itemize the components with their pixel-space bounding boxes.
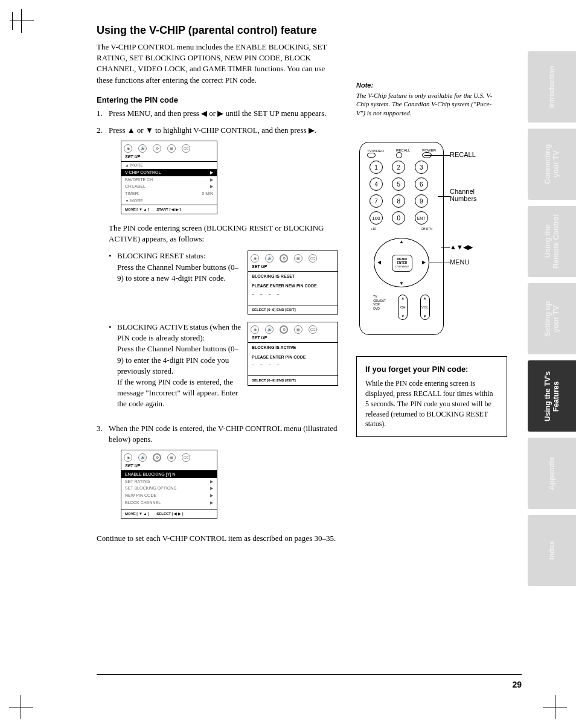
note-block: Note: The V-Chip feature is only availab…	[356, 81, 495, 117]
callout-recall: RECALL	[450, 151, 476, 158]
theater-icon: ▦	[294, 254, 302, 263]
remote-diagram: TV/VIDEO RECALL POWER 1 2 3 4 5 6 7 8 9 …	[359, 142, 528, 335]
bullet-active: • BLOCKING ACTIVE status (when the PIN c…	[109, 322, 242, 410]
intro-text: The V-CHIP CONTROL menu includes the ENA…	[97, 42, 338, 86]
picture-icon: ◉	[124, 453, 132, 462]
step-1: 1. Press MENU, and then press ◀ or ▶ unt…	[97, 108, 338, 119]
osd-setup-menu: ◉ 🔊 ⚙ ▦ CC SET UP ▲ MORE V-CHIP CONTROL▶…	[121, 141, 217, 214]
picture-icon: ◉	[251, 254, 259, 263]
audio-icon: 🔊	[138, 144, 147, 153]
num-5: 5	[392, 177, 405, 191]
continue-text: Continue to set each V-CHIP CONTROL item…	[97, 533, 338, 544]
callout-arrows: ▲▼◀▶	[450, 243, 473, 251]
num-6: 6	[415, 177, 428, 191]
theater-icon: ▦	[294, 325, 302, 334]
num-7: 7	[370, 194, 383, 208]
step-2: 2. Press ▲ or ▼ to highlight V-CHIP CONT…	[97, 125, 338, 245]
num-9: 9	[415, 194, 428, 208]
num-8: 8	[392, 194, 405, 208]
ent-button: ENT	[415, 211, 428, 225]
picture-icon: ◉	[124, 144, 132, 153]
num-1: 1	[370, 161, 383, 174]
page-number: 29	[512, 680, 522, 689]
ch-rocker: ▲CH▼	[398, 295, 408, 320]
cc-icon: CC	[182, 453, 190, 462]
theater-icon: ▦	[167, 453, 176, 462]
tvvideo-button	[367, 153, 376, 158]
dpad: MENU/ ENTERDVD MENU ▲ ▼ ◀ ▶	[371, 235, 432, 290]
setup-icon: ⚙	[153, 453, 161, 462]
setup-icon: ⚙	[153, 144, 161, 153]
audio-icon: 🔊	[265, 254, 274, 263]
num-100: 100	[370, 211, 383, 225]
setup-icon: ⚙	[280, 254, 288, 263]
bullet-reset: • BLOCKING RESET status: Press the Chann…	[109, 251, 242, 284]
osd-vchip-control: ◉ 🔊 ⚙ ▦ CC SET UP ENABLE BLOCKING [Y] N …	[121, 450, 217, 519]
vol-rocker: ▲VOL▼	[420, 295, 430, 320]
setup-icon: ⚙	[280, 325, 288, 334]
page-heading: Using the V-CHIP (parental control) feat…	[97, 24, 540, 37]
tip-box: If you forget your PIN code: While the P…	[356, 356, 507, 437]
step-3: 3. When the PIN code is entered, the V-C…	[97, 423, 338, 528]
theater-icon: ▦	[167, 144, 176, 153]
osd-blocking-reset: ◉ 🔊 ⚙ ▦ CC SET UP BLOCKING IS RESET PLEA…	[248, 251, 338, 315]
step-2-after: The PIN code entering screen (BLOCKING R…	[109, 223, 338, 244]
callout-menu: MENU	[450, 258, 469, 266]
callout-channel: Channel Numbers	[450, 188, 477, 202]
recall-button	[395, 151, 403, 159]
num-3: 3	[415, 161, 428, 174]
picture-icon: ◉	[251, 325, 259, 334]
cc-icon: CC	[309, 254, 317, 263]
num-0: 0	[392, 211, 405, 225]
audio-icon: 🔊	[138, 453, 147, 462]
num-2: 2	[392, 161, 405, 174]
num-4: 4	[370, 177, 383, 191]
menu-button: MENU/ ENTERDVD MENU	[392, 255, 412, 272]
cc-icon: CC	[309, 325, 317, 334]
cc-icon: CC	[182, 144, 190, 153]
audio-icon: 🔊	[265, 325, 274, 334]
osd-blocking-active: ◉ 🔊 ⚙ ▦ CC SET UP BLOCKING IS ACTIVE PLE…	[248, 322, 338, 386]
